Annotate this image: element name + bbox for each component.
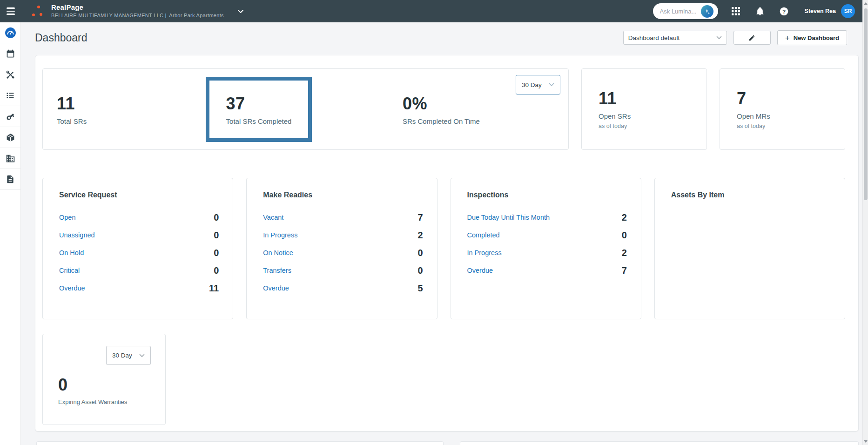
main-content: Dashboard Dashboard default + New Dashbo… xyxy=(21,30,868,432)
panel-row: In Progress 2 xyxy=(263,226,423,244)
service-request-open-link[interactable]: Open xyxy=(59,214,75,221)
brand-block: RealPage BELLAIRE MULTIFAMILY MANAGEMENT… xyxy=(51,3,225,19)
header-right-cluster: ? Steven Rea SR xyxy=(653,3,855,19)
service-request-overdue-link[interactable]: Overdue xyxy=(59,284,85,292)
notifications-bell-icon[interactable] xyxy=(754,5,767,18)
vertical-scrollbar[interactable] xyxy=(862,0,868,445)
warranty-value: 0 xyxy=(58,375,127,395)
open-srs-card[interactable]: 11 Open SRs as of today xyxy=(581,68,707,150)
service-request-unassigned-value: 0 xyxy=(214,230,219,241)
user-name[interactable]: Steven Rea xyxy=(805,8,836,14)
make-readies-on-notice-link[interactable]: On Notice xyxy=(263,249,293,256)
package-icon xyxy=(6,133,15,142)
hamburger-menu-icon[interactable] xyxy=(0,0,21,22)
scroll-up-arrow-icon[interactable] xyxy=(864,2,868,5)
inspections-overdue-link[interactable]: Overdue xyxy=(467,267,493,274)
org-separator: | xyxy=(165,13,166,18)
org-name: BELLAIRE MULTIFAMILY MANAGEMENT LLC xyxy=(51,13,163,18)
panel-row: In Progress 2 xyxy=(467,244,627,262)
panel-title: Assets By Item xyxy=(671,191,831,199)
panel-row: Completed 0 xyxy=(467,226,627,244)
sidebar-item-checklist[interactable] xyxy=(0,85,20,106)
panel-title: Inspections xyxy=(467,191,627,199)
inspections-due-link[interactable]: Due Today Until This Month xyxy=(467,214,550,221)
ask-lumina-search[interactable] xyxy=(653,3,718,19)
total-srs-label: Total SRs xyxy=(57,117,87,125)
make-readies-on-notice-value: 0 xyxy=(417,248,423,258)
left-sidebar xyxy=(0,22,21,445)
make-readies-transfers-link[interactable]: Transfers xyxy=(263,267,291,274)
sidebar-item-properties[interactable] xyxy=(0,148,20,169)
panel-row: Overdue 5 xyxy=(263,279,423,297)
page-title: Dashboard xyxy=(35,32,87,44)
pencil-icon xyxy=(748,34,755,41)
user-avatar[interactable]: SR xyxy=(841,4,855,18)
make-readies-overdue-value: 5 xyxy=(417,283,423,294)
new-dashboard-button[interactable]: + New Dashboard xyxy=(777,30,847,45)
tools-icon xyxy=(6,70,15,80)
scroll-down-arrow-icon[interactable] xyxy=(864,440,868,443)
total-srs-completed-label: Total SRs Completed xyxy=(226,117,292,125)
srs-on-time-label: SRs Completed On Time xyxy=(403,117,480,125)
service-request-on-hold-link[interactable]: On Hold xyxy=(59,249,84,256)
app-title: RealPage xyxy=(51,3,225,12)
panel-row: Unassigned 0 xyxy=(59,226,219,244)
building-icon xyxy=(6,154,15,163)
property-chevron-down-icon[interactable] xyxy=(237,9,244,13)
sr-kpi-card: 11 Total SRs 37 Total SRs Completed 0% S… xyxy=(42,68,569,150)
open-mrs-sublabel: as of today xyxy=(737,123,845,129)
chevron-down-icon xyxy=(716,36,722,40)
apps-grid-icon[interactable] xyxy=(729,5,742,18)
make-readies-overdue-link[interactable]: Overdue xyxy=(263,284,289,292)
panel-row: Open 0 xyxy=(59,209,219,226)
sidebar-item-inventory[interactable] xyxy=(0,127,20,148)
make-readies-vacant-link[interactable]: Vacant xyxy=(263,214,283,221)
scrollbar-thumb[interactable] xyxy=(864,8,868,200)
inspections-due-value: 2 xyxy=(622,212,627,223)
open-mrs-label: Open MRs xyxy=(737,112,845,120)
dashboard-icon xyxy=(5,27,16,39)
panel-title: Make Readies xyxy=(263,191,423,199)
sidebar-item-keys[interactable] xyxy=(0,106,20,127)
dashboard-selector[interactable]: Dashboard default xyxy=(623,31,727,45)
service-request-unassigned-link[interactable]: Unassigned xyxy=(59,231,95,239)
summary-panels-row: Service Request Open 0 Unassigned 0 On H… xyxy=(42,178,845,319)
warranty-label: Expiring Asset Warranties xyxy=(58,398,127,405)
inspections-completed-link[interactable]: Completed xyxy=(467,231,500,239)
warranty-period-selector[interactable]: 30 Day xyxy=(106,346,151,365)
warranty-period-value: 30 Day xyxy=(112,352,132,359)
assets-by-item-panel: Assets By Item xyxy=(654,178,845,319)
expiring-warranties-card: 30 Day 0 Expiring Asset Warranties xyxy=(42,334,166,425)
panel-row: On Notice 0 xyxy=(263,244,423,262)
service-request-on-hold-value: 0 xyxy=(214,248,219,258)
ask-lumina-input[interactable] xyxy=(660,8,699,15)
total-srs-stat[interactable]: 11 Total SRs xyxy=(57,94,87,125)
inspections-in-progress-link[interactable]: In Progress xyxy=(467,249,502,256)
total-srs-completed-stat-selected[interactable]: 37 Total SRs Completed xyxy=(206,77,312,142)
total-srs-completed-value: 37 xyxy=(226,94,292,114)
sidebar-item-maintenance[interactable] xyxy=(0,64,20,85)
service-request-critical-link[interactable]: Critical xyxy=(59,267,80,274)
service-request-open-value: 0 xyxy=(214,212,219,223)
edit-dashboard-button[interactable] xyxy=(733,31,771,45)
sidebar-item-calendar[interactable] xyxy=(0,43,20,64)
panel-row: Transfers 0 xyxy=(263,262,423,279)
open-srs-label: Open SRs xyxy=(599,112,707,120)
open-mrs-card[interactable]: 7 Open MRs as of today xyxy=(720,68,845,150)
org-property-breadcrumb: BELLAIRE MULTIFAMILY MANAGEMENT LLC| Arb… xyxy=(51,13,225,19)
kpi-period-selector[interactable]: 30 Day xyxy=(516,75,560,94)
lumina-sparkle-icon[interactable] xyxy=(701,5,713,18)
calendar-icon xyxy=(6,49,15,59)
chevron-down-icon xyxy=(139,354,145,357)
panel-row: Critical 0 xyxy=(59,262,219,279)
inspections-overdue-value: 7 xyxy=(622,265,627,276)
total-srs-value: 11 xyxy=(57,94,87,113)
checklist-icon xyxy=(6,91,15,100)
sidebar-item-documents[interactable] xyxy=(0,169,20,190)
make-readies-vacant-value: 7 xyxy=(417,212,423,223)
make-readies-in-progress-link[interactable]: In Progress xyxy=(263,231,297,239)
panel-row: Overdue 7 xyxy=(467,262,627,279)
srs-on-time-stat[interactable]: 0% SRs Completed On Time xyxy=(403,94,480,125)
sidebar-item-dashboard[interactable] xyxy=(0,22,20,43)
help-icon[interactable]: ? xyxy=(778,5,791,18)
